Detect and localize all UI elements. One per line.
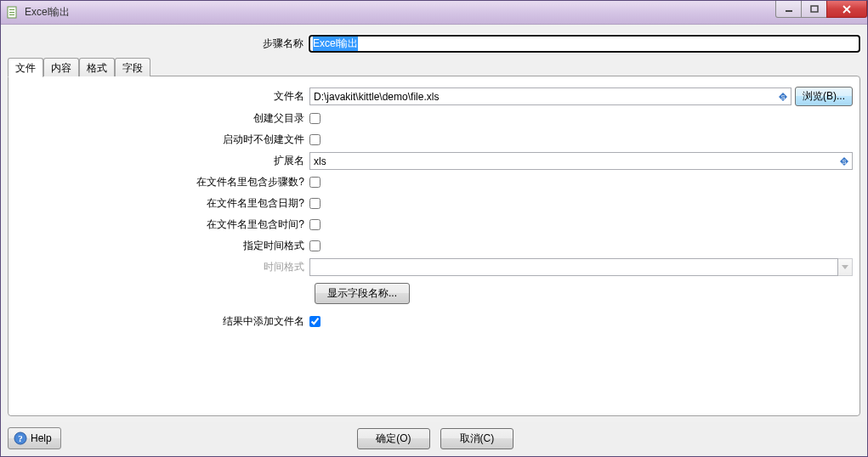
content-area: 步骤名称 文件 内容 格式 字段 文件名 S [1, 25, 867, 422]
stepnum-in-filename-label: 在文件名里包含步骤数? [15, 175, 309, 189]
svg-text:?: ? [18, 433, 23, 443]
tab-panel-file: 文件名 S 浏览(B)... 创建父目录 启动时不创建文件 [8, 76, 860, 416]
filename-row: 文件名 S 浏览(B)... [15, 87, 853, 106]
tab-format[interactable]: 格式 [79, 58, 115, 76]
svg-marker-12 [842, 265, 848, 269]
step-name-input[interactable] [309, 35, 860, 53]
tab-fields[interactable]: 字段 [115, 58, 150, 76]
bottom-bar: ? Help 确定(O) 取消(C) [1, 422, 867, 456]
tab-container: 文件 内容 格式 字段 文件名 S 浏览(B)... [8, 58, 860, 417]
time-format-input [309, 258, 838, 276]
svg-rect-3 [9, 14, 14, 15]
time-in-filename-checkbox[interactable] [309, 219, 321, 230]
titlebar[interactable]: Excel输出 [1, 1, 867, 25]
extension-input[interactable] [309, 152, 853, 170]
svg-rect-2 [9, 12, 14, 13]
show-fields-row: 显示字段名称... [15, 283, 853, 304]
extension-field-wrap: S [309, 152, 853, 170]
step-name-row: 步骤名称 [8, 31, 860, 58]
help-button-label: Help [31, 432, 52, 444]
date-in-filename-label: 在文件名里包含日期? [15, 196, 309, 211]
help-icon: ? [14, 432, 27, 445]
specify-time-format-label: 指定时间格式 [15, 239, 309, 253]
stepnum-in-filename-checkbox[interactable] [309, 177, 321, 188]
add-filename-to-result-label: 结果中添加文件名 [15, 314, 309, 329]
time-in-filename-row: 在文件名里包含时间? [15, 216, 853, 234]
add-filename-to-result-row: 结果中添加文件名 [15, 313, 853, 330]
cancel-button[interactable]: 取消(C) [440, 428, 513, 449]
filename-label: 文件名 [15, 89, 309, 104]
specify-time-format-checkbox[interactable] [309, 240, 321, 251]
help-button[interactable]: ? Help [8, 427, 61, 449]
svg-rect-1 [9, 9, 14, 10]
date-in-filename-row: 在文件名里包含日期? [15, 195, 853, 212]
time-format-row: 时间格式 [15, 258, 853, 276]
show-field-names-button[interactable]: 显示字段名称... [315, 283, 410, 304]
time-format-label: 时间格式 [15, 260, 309, 274]
time-format-combo [309, 258, 853, 276]
add-filename-to-result-checkbox[interactable] [309, 316, 321, 327]
tab-file[interactable]: 文件 [8, 58, 43, 77]
bottom-center-buttons: 确定(O) 取消(C) [61, 428, 809, 449]
specify-time-format-row: 指定时间格式 [15, 237, 853, 255]
dialog-window: Excel输出 步骤名称 文件 内容 格式 字段 [0, 0, 868, 457]
ok-button[interactable]: 确定(O) [357, 428, 430, 449]
create-parent-dir-row: 创建父目录 [15, 110, 853, 127]
time-in-filename-label: 在文件名里包含时间? [15, 217, 309, 232]
tab-strip: 文件 内容 格式 字段 [8, 58, 860, 76]
browse-button[interactable]: 浏览(B)... [795, 87, 853, 106]
maximize-button[interactable] [801, 1, 827, 18]
dont-create-on-start-row: 启动时不创建文件 [15, 131, 853, 149]
svg-rect-5 [811, 6, 818, 12]
close-button[interactable] [826, 1, 867, 18]
app-icon [6, 6, 20, 20]
window-title: Excel输出 [25, 5, 70, 20]
date-in-filename-checkbox[interactable] [309, 198, 321, 209]
window-controls [776, 1, 867, 18]
extension-row: 扩展名 S [15, 152, 853, 170]
filename-input[interactable] [309, 87, 791, 105]
minimize-button[interactable] [775, 1, 802, 18]
dont-create-on-start-checkbox[interactable] [309, 134, 321, 145]
step-name-label: 步骤名称 [8, 37, 309, 51]
stepnum-in-filename-row: 在文件名里包含步骤数? [15, 173, 853, 191]
create-parent-dir-checkbox[interactable] [309, 113, 321, 124]
create-parent-dir-label: 创建父目录 [15, 111, 309, 126]
tab-content[interactable]: 内容 [43, 58, 79, 76]
extension-label: 扩展名 [15, 154, 309, 168]
svg-rect-4 [786, 10, 792, 12]
filename-field-wrap: S [309, 87, 791, 105]
time-format-dropdown-button [838, 258, 853, 276]
dont-create-on-start-label: 启动时不创建文件 [15, 133, 309, 147]
